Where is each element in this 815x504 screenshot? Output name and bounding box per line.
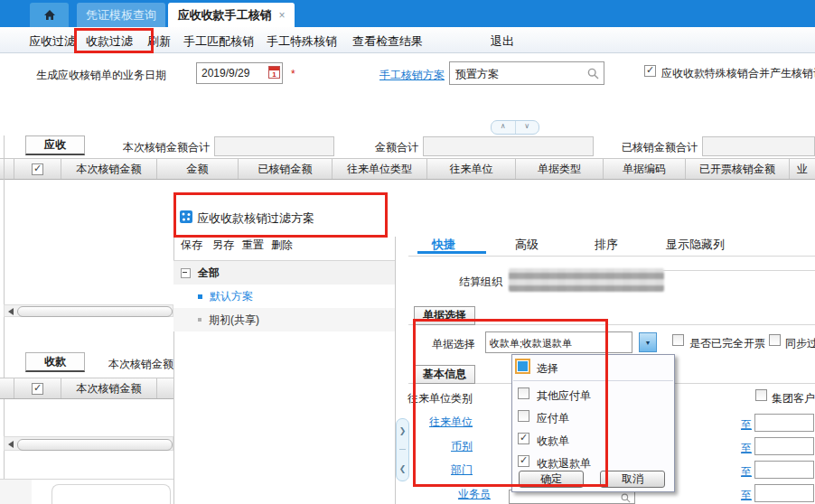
corner-cell — [0, 480, 32, 504]
option-checkbox-receipt-refund[interactable] — [518, 455, 529, 467]
tab-show-hide-columns[interactable]: 显示隐藏列 — [666, 237, 725, 253]
home-icon — [42, 8, 57, 23]
option-checkbox-receipt[interactable] — [518, 433, 529, 444]
payment-tab[interactable]: 收款 — [25, 352, 85, 372]
option-label[interactable]: 其他应付单 — [537, 388, 591, 404]
doc-select-value: 收款单;收款退款单 — [490, 337, 572, 350]
to-input-4[interactable] — [754, 484, 814, 502]
settle-org-value-redacted[interactable] — [509, 268, 664, 292]
option-label[interactable]: 应付单 — [537, 411, 569, 426]
select-all-option-label[interactable]: 选择 — [537, 361, 558, 377]
tab-voucher-template-query[interactable]: 凭证模板查询 — [77, 3, 165, 27]
recv-hscrollbar[interactable] — [4, 304, 173, 317]
collapse-minus-icon[interactable] — [181, 268, 191, 278]
col-writeoff-amount[interactable]: 本次核销金额 — [61, 159, 156, 179]
option-checkbox-other-payable[interactable] — [518, 387, 529, 399]
manual-writeoff-plan-link[interactable]: 手工核销方案 — [379, 68, 445, 83]
department-link[interactable]: 部门 — [379, 462, 473, 478]
option-label[interactable]: 收款单 — [537, 434, 569, 449]
plan-input[interactable]: 预置方案 — [449, 61, 604, 85]
to-link-1[interactable]: 至 — [741, 417, 752, 433]
select-all-checkbox[interactable] — [32, 163, 43, 175]
to-input-2[interactable] — [754, 437, 814, 455]
menu-item-manual-match[interactable]: 手工匹配核销 — [183, 33, 254, 50]
filter-scheme-dialog: 应收收款核销过滤方案 保存 另存 重置 删除 全部 默认方案 期初(共享) 快捷… — [173, 191, 815, 504]
menu-item-payment-filter[interactable]: 收款过滤 — [86, 33, 133, 50]
search-icon[interactable] — [587, 68, 599, 79]
home-tab[interactable] — [30, 3, 69, 27]
toolbar-delete[interactable]: 删除 — [271, 238, 293, 253]
to-link-2[interactable]: 至 — [741, 441, 752, 456]
dropdown-divider — [513, 380, 673, 381]
tab-sort[interactable]: 排序 — [595, 237, 618, 253]
col-doc-code[interactable]: 单据编码 — [603, 159, 685, 179]
collapse-left-icon[interactable]: ❮ — [399, 464, 407, 473]
expand-down-icon[interactable]: ∨ — [516, 121, 539, 134]
section-label: 单据选择 — [423, 308, 466, 323]
special-merge-checkbox[interactable] — [644, 65, 656, 77]
menu-item-view-check-result[interactable]: 查看检查结果 — [352, 33, 423, 50]
option-label[interactable]: 收款退款单 — [537, 456, 591, 471]
scroll-left-icon[interactable] — [8, 441, 14, 448]
col-doc-type[interactable]: 单据类型 — [515, 159, 603, 179]
group-customer-label: 集团客户 — [772, 391, 815, 406]
recv-total3-input[interactable] — [702, 136, 815, 156]
to-input-3[interactable] — [754, 461, 814, 479]
toolbar-saveas[interactable]: 另存 — [212, 238, 234, 253]
select-all-checkbox[interactable] — [32, 383, 43, 395]
recv-total1-input[interactable] — [214, 136, 334, 156]
sync-label: 同步过 — [785, 336, 815, 351]
toolbar-reset[interactable]: 重置 — [242, 238, 264, 253]
receivable-tab[interactable]: 应收 — [25, 135, 85, 155]
cancel-button[interactable]: 取消 — [600, 471, 665, 488]
tabs-divider — [408, 256, 815, 257]
toolbar-save[interactable]: 保存 — [181, 238, 202, 253]
doc-select-input[interactable]: 收款单;收款退款单 — [485, 331, 632, 353]
basic-info-section-header[interactable]: 基本信息 — [414, 365, 475, 384]
scroll-left-icon[interactable] — [8, 308, 14, 315]
col-writeoff-done[interactable]: 已核销金额 — [238, 159, 332, 179]
fully-invoiced-checkbox[interactable] — [672, 334, 684, 346]
option-checkbox-payable[interactable] — [518, 410, 529, 422]
tree-node-initial-shared[interactable]: 期初(共享) — [173, 308, 395, 331]
tree-node-default-scheme[interactable]: 默认方案 — [173, 285, 395, 308]
calendar-icon[interactable] — [268, 66, 280, 79]
pay-hscrollbar[interactable] — [4, 436, 173, 451]
sync-checkbox[interactable] — [769, 334, 781, 346]
select-all-cell — [14, 159, 61, 179]
select-all-option-checkbox[interactable] — [517, 360, 529, 372]
menu-item-ar-filter[interactable]: 应收过滤 — [29, 33, 76, 50]
col-writeoff-amount[interactable]: 本次核销金额 — [61, 378, 156, 398]
col-partner[interactable]: 往来单位 — [426, 159, 515, 179]
required-mark: * — [291, 68, 295, 80]
currency-link[interactable]: 币别 — [379, 439, 473, 454]
col-amount[interactable]: 金额 — [156, 159, 238, 179]
recv-total2-input[interactable] — [423, 136, 594, 156]
search-icon[interactable] — [621, 493, 631, 503]
col-truncated[interactable]: 业 — [789, 159, 815, 179]
doc-select-dropdown-button[interactable]: ▼ — [639, 332, 657, 352]
biz-date-input[interactable]: 2019/9/29 — [196, 62, 283, 84]
col-invoiced-writeoff[interactable]: 已开票核销金额 — [685, 159, 789, 179]
to-input-1[interactable] — [754, 414, 814, 432]
menu-item-exit[interactable]: 退出 — [491, 33, 514, 50]
scroll-thumb[interactable] — [17, 306, 173, 317]
group-customer-checkbox[interactable] — [755, 389, 767, 401]
doc-select-section-header[interactable]: 单据选择 — [414, 306, 475, 325]
panel-splitter[interactable]: ❯ ❮ — [396, 418, 409, 481]
to-link-3[interactable]: 至 — [741, 464, 752, 480]
tree-node-all[interactable]: 全部 — [173, 261, 395, 285]
menu-item-refresh[interactable]: 刷新 — [147, 33, 171, 50]
col-partner-type[interactable]: 往来单位类型 — [332, 159, 426, 179]
ok-button[interactable]: 确定 — [519, 471, 584, 488]
close-icon[interactable]: × — [278, 9, 285, 22]
tab-advanced[interactable]: 高级 — [515, 237, 539, 253]
menu-item-manual-special[interactable]: 手工特殊核销 — [267, 33, 337, 50]
expand-right-icon[interactable]: ❯ — [399, 426, 407, 435]
partner-link[interactable]: 往来单位 — [379, 415, 473, 430]
collapse-up-icon[interactable]: ∧ — [492, 121, 516, 134]
scroll-thumb[interactable] — [17, 439, 173, 451]
salesperson-link[interactable]: 业务员 — [398, 487, 491, 502]
tab-ar-manual-writeoff[interactable]: 应收收款手工核销 × — [168, 3, 295, 27]
to-link-4[interactable]: 至 — [741, 488, 752, 503]
